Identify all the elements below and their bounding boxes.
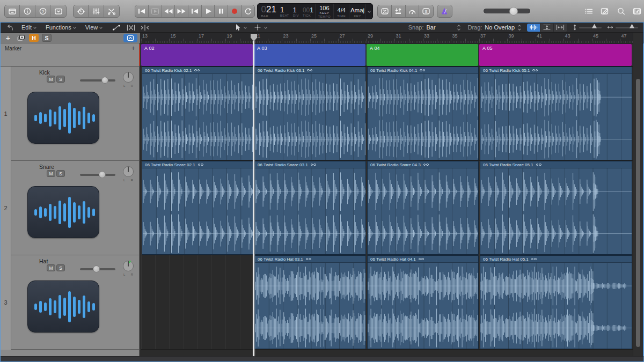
marquee-tool-icon[interactable]	[251, 23, 270, 32]
forward-button[interactable]	[175, 5, 188, 17]
list-editors-icon[interactable]	[582, 6, 596, 16]
smart-controls-icon[interactable]	[74, 5, 89, 17]
track-icon[interactable]	[27, 280, 99, 333]
solo-icon[interactable]: S	[419, 5, 433, 17]
audio-region[interactable]: 06 Twist Radio Hat 05.1	[480, 255, 632, 349]
track-name[interactable]: Kick	[39, 69, 50, 76]
global-tracks-button[interactable]	[123, 34, 137, 42]
audio-region[interactable]: 06 Twist Radio Kick 02.1	[142, 67, 253, 160]
mixer-icon[interactable]	[89, 5, 104, 17]
inspector-icon[interactable]	[20, 5, 35, 17]
volume-slider[interactable]	[80, 267, 115, 272]
flex-icon[interactable]	[124, 23, 138, 32]
lcd-tempo[interactable]: 106 KEEP TEMPO	[315, 4, 334, 19]
track-icon[interactable]	[27, 186, 99, 238]
audio-region[interactable]: 06 Twist Radio Kick 04.1	[367, 67, 479, 160]
quick-help-icon[interactable]: ?	[35, 5, 50, 17]
pan-knob[interactable]	[122, 165, 135, 178]
metronome-icon[interactable]	[437, 5, 452, 17]
playhead[interactable]	[253, 35, 254, 356]
horizontal-scrollbar[interactable]	[1, 356, 643, 361]
toolbar-toggle-icon[interactable]	[50, 5, 65, 17]
drag-menu[interactable]: Drag: No Overlap	[467, 24, 521, 31]
volume-thumb[interactable]	[93, 265, 100, 272]
volume-slider[interactable]	[80, 78, 115, 83]
horizontal-auto-zoom-icon[interactable]	[554, 24, 567, 32]
audio-region[interactable]: 06 Twist Radio Snare 03.1	[254, 161, 366, 255]
automation-icon[interactable]	[110, 23, 124, 32]
replace-icon[interactable]	[378, 5, 392, 17]
arrangement-marker[interactable]: A 04	[367, 44, 478, 66]
audio-region[interactable]: 06 Twist Radio Snare 04.3	[367, 161, 479, 255]
master-volume-slider[interactable]	[484, 9, 530, 13]
vertical-scrollbar-thumb[interactable]	[636, 79, 640, 347]
track-header[interactable]: 3HatMSLR	[1, 255, 139, 350]
rewind-button[interactable]	[162, 5, 175, 17]
record-button[interactable]	[228, 5, 241, 17]
apple-loops-icon[interactable]	[614, 6, 628, 16]
vertical-scrollbar[interactable]	[633, 33, 642, 356]
lcd-position[interactable]: 021 BAR 1 BEAT 1 DIV 001 TICK	[258, 4, 314, 19]
audio-region[interactable]: 06 Twist Radio Hat 04.1	[367, 255, 479, 349]
autopunch-icon[interactable]	[392, 5, 406, 17]
solo-button[interactable]: S	[56, 76, 65, 83]
pointer-tool-icon[interactable]	[231, 23, 250, 32]
lcd-display[interactable]: 021 BAR 1 BEAT 1 DIV 001 TICK 106 KEE	[257, 3, 373, 19]
master-volume-thumb[interactable]	[509, 7, 518, 16]
global-track-header[interactable]: Marker +	[1, 43, 140, 67]
track-header[interactable]: 1KickMSLR	[1, 67, 139, 161]
browsers-icon[interactable]	[630, 6, 644, 16]
volume-thumb[interactable]	[101, 77, 108, 84]
arrangement-marker[interactable]: A 02	[141, 44, 253, 66]
audio-region[interactable]: 06 Twist Radio Kick 03.1	[254, 67, 366, 160]
volume-thumb[interactable]	[99, 171, 106, 178]
vertical-zoom-thumb[interactable]	[592, 24, 597, 28]
note-pads-icon[interactable]	[598, 6, 612, 16]
menu-edit[interactable]: Edit	[17, 23, 41, 32]
editors-icon[interactable]	[104, 5, 119, 17]
arrangement-marker[interactable]: A 03	[254, 44, 365, 66]
menu-view[interactable]: View	[80, 23, 107, 32]
track-name[interactable]: Hat	[39, 258, 48, 264]
audio-region[interactable]: 06 Twist Radio Snare 05.1	[480, 161, 632, 255]
mute-button[interactable]: M	[47, 76, 55, 83]
track-icon[interactable]	[27, 92, 99, 144]
bar-ruler[interactable]: 131517192123252729313335373941434547	[140, 33, 643, 43]
mute-button[interactable]: M	[47, 170, 55, 177]
arrangement-marker[interactable]: A 05	[479, 44, 632, 66]
hide-tracks-button[interactable]: H	[29, 34, 39, 42]
solo-button[interactable]: S	[56, 264, 65, 271]
cycle-button[interactable]	[241, 5, 255, 17]
snap-menu[interactable]: Snap: Bar	[408, 24, 460, 31]
volume-slider[interactable]	[80, 172, 115, 178]
horizontal-zoom-thumb[interactable]	[630, 24, 634, 28]
solo-tracks-button[interactable]: S	[42, 34, 52, 42]
vertical-auto-zoom-icon[interactable]	[540, 24, 554, 32]
waveform-zoom-icon[interactable]	[527, 24, 540, 32]
track-name[interactable]: Snare	[39, 164, 54, 170]
track-header[interactable]: 2SnareMSLR	[1, 161, 139, 255]
audio-region[interactable]: 06 Twist Radio Snare 02.1	[142, 161, 253, 255]
duplicate-track-button[interactable]	[16, 34, 26, 42]
back-icon[interactable]	[3, 23, 17, 32]
audio-region[interactable]: 06 Twist Radio Kick 05.1	[480, 67, 632, 160]
add-track-button[interactable]: +	[3, 34, 13, 42]
pan-knob[interactable]	[122, 260, 135, 272]
horizontal-zoom-slider[interactable]	[607, 25, 638, 30]
go-to-beginning-button[interactable]	[135, 5, 149, 17]
vertical-zoom-slider[interactable]	[573, 24, 602, 31]
tuner-icon[interactable]	[406, 5, 420, 17]
catch-icon[interactable]	[138, 23, 152, 32]
lcd-time-signature[interactable]: 4/4 TIME	[333, 4, 349, 19]
lcd-key[interactable]: Amaj KEY	[349, 4, 365, 19]
play-from-selection-button[interactable]	[149, 5, 162, 17]
menu-functions[interactable]: Functions	[41, 23, 80, 32]
lcd-options-chevron[interactable]	[365, 4, 373, 19]
solo-button[interactable]: S	[56, 170, 65, 177]
play-button[interactable]	[202, 5, 215, 17]
arrangement-marker[interactable]	[139, 44, 140, 66]
pause-button[interactable]	[215, 5, 228, 17]
library-icon[interactable]	[5, 5, 20, 17]
mute-button[interactable]: M	[47, 264, 55, 271]
pan-knob[interactable]	[122, 71, 135, 84]
